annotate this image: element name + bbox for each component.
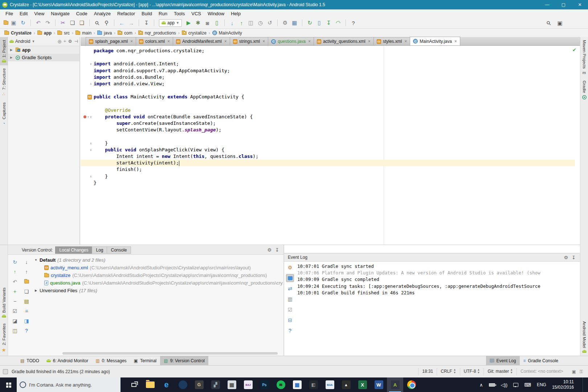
vcs-refresh-icon[interactable]: ↻ — [11, 258, 19, 266]
avd-manager-icon[interactable]: ▯ — [315, 19, 323, 27]
help-icon[interactable]: ? — [349, 19, 358, 27]
menu-tools[interactable]: Tools — [171, 11, 188, 16]
editor-tab[interactable]: Cquestions.java× — [268, 37, 314, 45]
show-desktop-button[interactable] — [583, 377, 584, 392]
tool-strip-button-captures[interactable]: Captures◔ — [0, 99, 8, 128]
fold-open-icon[interactable]: ∨ — [90, 61, 92, 67]
close-icon[interactable]: × — [368, 39, 371, 44]
fold-open-icon[interactable]: ∨ — [90, 147, 92, 153]
fold-close-icon[interactable]: ∧ — [90, 173, 92, 180]
toggle-margin-icon[interactable]: ▣ — [572, 369, 576, 374]
close-icon[interactable]: × — [454, 39, 457, 44]
taskbar-app-dark-app[interactable]: ▞ — [207, 377, 224, 392]
tool-window-switcher-icon[interactable] — [3, 369, 8, 374]
search-everywhere-icon[interactable]: ⚲ — [543, 17, 555, 29]
taskbar-app-photoshop[interactable]: Ps — [256, 377, 273, 392]
undo-icon[interactable]: ↶ — [34, 19, 42, 27]
redo-icon[interactable]: ↷ — [44, 19, 52, 27]
breadcrumb-item-java[interactable]: java — [96, 30, 113, 36]
volume-icon[interactable]: ◁)) — [501, 382, 508, 388]
language-indicator[interactable]: ENG — [537, 382, 546, 387]
tool-strip-button-maven-projects[interactable]: Maven Projectsm — [580, 37, 588, 78]
open-project-icon[interactable] — [4, 21, 8, 25]
back-icon[interactable]: ← — [118, 19, 126, 27]
status-widget-git-master[interactable]: Git: master▲ ▼ — [483, 368, 516, 375]
taskbar-app-android-studio[interactable]: A — [387, 377, 403, 392]
show-checkboxes-icon[interactable]: ☑ — [11, 307, 19, 315]
taskbar-app-calculator[interactable]: ▦ — [224, 377, 240, 392]
forward-icon[interactable]: → — [127, 19, 135, 27]
changelist-details-icon[interactable]: ≡ — [23, 307, 30, 315]
activity-marker-icon[interactable]: <> — [87, 95, 92, 99]
menu-file[interactable]: File — [2, 11, 16, 16]
breadcrumb-item-com[interactable]: com — [116, 30, 134, 36]
taskbar-app-b4a[interactable]: B4A — [322, 377, 338, 392]
project-tree-item-gradle-scripts[interactable]: ▶Gradle Scripts — [8, 54, 79, 61]
find-icon[interactable]: ⚲ — [91, 17, 103, 29]
editor-tab[interactable]: <>AndroidManifest.xml× — [173, 37, 230, 45]
collapse-all-icon[interactable]: ↑ — [23, 268, 30, 276]
history-icon[interactable]: ◷ — [256, 19, 265, 27]
run-config-selector[interactable]: app▼ — [159, 19, 182, 27]
close-icon[interactable]: × — [262, 39, 265, 44]
copy-icon[interactable]: ❏ — [68, 19, 77, 27]
taskbar-app-excel[interactable]: X — [354, 377, 371, 392]
attach-debugger-icon[interactable]: ▯ — [213, 19, 221, 27]
taskbar-app-chrome[interactable] — [403, 377, 420, 392]
synchronize-icon[interactable]: ↻ — [19, 19, 27, 27]
tool-window-button-event-log[interactable]: Event Log — [486, 356, 520, 365]
cut-icon[interactable]: ✂ — [59, 19, 67, 27]
fold-open-icon[interactable]: ∨ — [90, 114, 92, 120]
menu-view[interactable]: View — [31, 11, 48, 16]
breadcrumb-item-app[interactable]: app — [36, 30, 53, 36]
notification-icon[interactable] — [513, 383, 518, 387]
menu-run[interactable]: Run — [155, 11, 171, 16]
vc-settings-icon[interactable]: ⚙ — [267, 247, 271, 253]
settings-icon[interactable]: ⚙ — [281, 19, 289, 27]
search-panel-icon[interactable]: ▣ — [556, 19, 564, 27]
expand-arrow-icon[interactable]: ▶ — [34, 289, 38, 292]
update-project-icon[interactable]: ↓ — [228, 19, 236, 27]
hide-panel-icon[interactable]: ⊣ — [74, 39, 78, 44]
close-icon[interactable]: × — [224, 39, 227, 44]
battery-icon[interactable] — [489, 383, 495, 387]
editor-tab[interactable]: <>splash_page.xml× — [86, 37, 136, 45]
paste-icon[interactable]: ❑ — [78, 19, 86, 27]
menu-build[interactable]: Build — [138, 11, 155, 16]
horizontal-scrollbar[interactable] — [62, 352, 278, 355]
commit-changes-icon[interactable]: ↑ — [237, 19, 246, 27]
vcs-commit-icon[interactable]: ↑ — [11, 268, 19, 276]
move-to-changelist-icon[interactable]: ❏ — [23, 287, 30, 295]
menu-refactor[interactable]: Refactor — [114, 11, 138, 16]
fold-close-icon[interactable]: ∧ — [90, 81, 92, 87]
taskbar-app-vlc[interactable]: ▲ — [338, 377, 354, 392]
tool-strip-button-7-structure[interactable]: 7: Structure∴ — [0, 65, 8, 99]
vc-tab-local-changes[interactable]: Local Changes — [55, 246, 92, 254]
compare-icon[interactable]: ◫ — [247, 19, 255, 27]
debug-icon[interactable]: ✱ — [194, 19, 202, 27]
shelve-changes-icon[interactable]: ▤ — [23, 297, 30, 305]
el-hide-icon[interactable]: ↧ — [572, 255, 576, 260]
run-icon[interactable]: ▶ — [184, 19, 193, 27]
taskbar-app-spotify[interactable]: ≋ — [273, 377, 289, 392]
status-widget-18-31[interactable]: 18:31 — [418, 368, 437, 375]
taskbar-app-task-view[interactable] — [126, 377, 142, 392]
run-with-coverage-icon[interactable]: ◙ — [203, 19, 212, 27]
taskbar-app-edge[interactable]: e — [158, 377, 175, 392]
chevron-up-icon[interactable]: ∧ — [479, 382, 483, 388]
tool-window-button-6-android-monitor[interactable]: 6: Android Monitor — [43, 356, 92, 365]
editor-tab[interactable]: <>activity_questions.xml× — [314, 37, 374, 45]
add-changelist-icon[interactable]: + — [11, 287, 19, 295]
close-button[interactable]: ✕ — [572, 0, 588, 9]
status-widget-crlf[interactable]: CRLF▲ ▼ — [437, 368, 460, 375]
tool-strip-button-build-variants[interactable]: Build Variants — [0, 285, 8, 320]
changelist-row[interactable]: ▼Default(1 directory and 2 files) — [34, 256, 283, 264]
vc-tab-console[interactable]: Console — [107, 246, 131, 254]
status-widget-utf-8[interactable]: UTF-8▲ ▼ — [460, 368, 484, 375]
maximize-button[interactable]: ▢ — [555, 0, 572, 9]
expand-all-icon[interactable]: ↓ — [23, 258, 30, 266]
clock[interactable]: 10:11 15/02/2016 — [552, 379, 577, 390]
log-mark-read-icon[interactable]: ☑ — [286, 306, 294, 314]
project-tree-item-app[interactable]: ▶app — [8, 46, 79, 54]
tool-window-button-todo[interactable]: ▤TODO — [17, 356, 43, 365]
